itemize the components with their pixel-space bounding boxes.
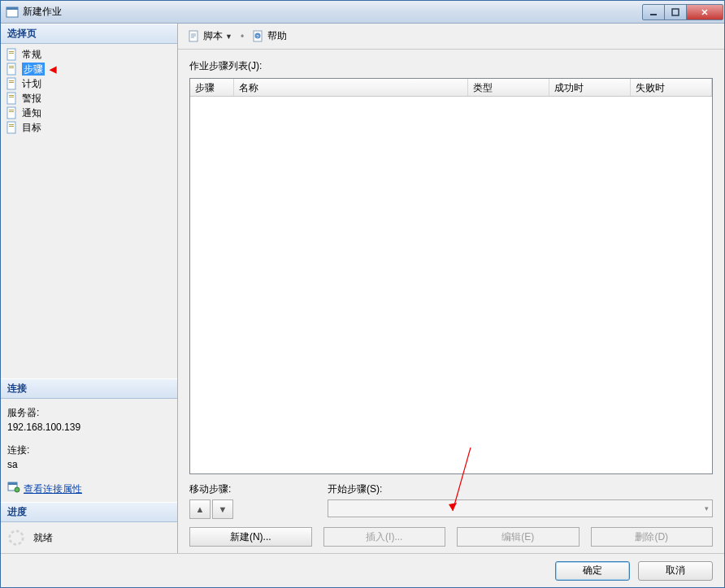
sidebar-item-target[interactable]: 目标 xyxy=(4,120,174,135)
properties-icon xyxy=(7,480,20,497)
sidebar-item-alert[interactable]: 警报 xyxy=(4,91,174,106)
server-value: 192.168.100.139 xyxy=(7,420,171,435)
svg-rect-1 xyxy=(7,7,18,10)
svg-rect-19 xyxy=(7,122,15,133)
progress-header: 进度 xyxy=(1,502,177,522)
sidebar-item-schedule[interactable]: 计划 xyxy=(4,76,174,91)
step-grid[interactable]: 步骤 名称 类型 成功时 失败时 xyxy=(189,78,713,474)
sidebar-item-label: 计划 xyxy=(22,77,41,90)
page-icon xyxy=(6,77,19,90)
start-step-label: 开始步骤(S): xyxy=(328,482,713,496)
select-page-header: 选择页 xyxy=(1,24,177,44)
svg-rect-6 xyxy=(9,53,14,54)
svg-rect-21 xyxy=(9,126,14,127)
svg-rect-3 xyxy=(672,9,679,15)
connection-value: sa xyxy=(7,457,171,472)
svg-rect-20 xyxy=(9,124,14,125)
help-label: 帮助 xyxy=(267,29,287,43)
arrow-down-icon: ▼ xyxy=(219,504,228,514)
delete-button-label: 删除(D) xyxy=(635,530,668,544)
sidebar-item-label: 警报 xyxy=(22,92,41,105)
window-title: 新建作业 xyxy=(23,5,62,19)
arrow-up-icon: ▲ xyxy=(196,504,205,514)
svg-rect-2 xyxy=(650,14,657,15)
close-button[interactable] xyxy=(686,4,723,20)
svg-rect-12 xyxy=(9,82,14,83)
titlebar: 新建作业 xyxy=(1,1,724,24)
col-type[interactable]: 类型 xyxy=(468,79,549,96)
svg-rect-4 xyxy=(7,49,15,60)
grid-header: 步骤 名称 类型 成功时 失败时 xyxy=(190,79,712,97)
svg-rect-7 xyxy=(7,63,15,75)
minimize-button[interactable] xyxy=(642,4,665,20)
progress-section: 就绪 xyxy=(1,522,177,553)
script-dropdown[interactable]: 脚本 ▼ xyxy=(185,28,236,45)
col-step[interactable]: 步骤 xyxy=(190,79,234,96)
svg-rect-15 xyxy=(9,97,14,97)
page-icon xyxy=(6,121,19,134)
svg-point-25 xyxy=(10,531,24,545)
move-down-button[interactable]: ▼ xyxy=(212,499,233,519)
ok-button-label: 确定 xyxy=(583,564,602,577)
chevron-down-icon: ▾ xyxy=(705,504,709,512)
cancel-button[interactable]: 取消 xyxy=(638,561,713,581)
page-icon xyxy=(6,106,19,119)
edit-button: 编辑(E) xyxy=(457,527,580,547)
toolbar-separator: • xyxy=(241,31,244,42)
view-connection-properties-link[interactable]: 查看连接属性 xyxy=(7,480,82,497)
col-success[interactable]: 成功时 xyxy=(549,79,631,96)
new-button[interactable]: 新建(N)... xyxy=(189,527,312,547)
connection-section: 服务器: 192.168.100.139 连接: sa 查看连接属性 xyxy=(1,399,177,502)
script-icon xyxy=(188,30,201,43)
svg-point-24 xyxy=(15,487,20,492)
chevron-down-icon: ▼ xyxy=(225,32,232,41)
step-list-label: 作业步骤列表(J): xyxy=(189,59,713,73)
toolbar: 脚本 ▼ • ? 帮助 xyxy=(178,24,724,50)
move-step-group: 移动步骤: ▲ ▼ xyxy=(189,482,303,519)
insert-button-label: 插入(I)... xyxy=(366,530,402,544)
page-tree: 常规 步骤 ◀ 计划 xyxy=(1,44,177,378)
sidebar-item-label: 步骤 xyxy=(22,63,45,76)
start-step-combo[interactable]: ▾ xyxy=(328,499,713,517)
start-step-group: 开始步骤(S): ▾ xyxy=(328,482,713,517)
maximize-button[interactable] xyxy=(664,4,687,20)
svg-rect-13 xyxy=(7,93,15,104)
help-button[interactable]: ? 帮助 xyxy=(249,28,290,45)
page-icon xyxy=(6,63,19,76)
server-label: 服务器: xyxy=(7,405,171,420)
progress-status: 就绪 xyxy=(33,531,53,545)
page-icon xyxy=(6,92,19,105)
move-up-button[interactable]: ▲ xyxy=(189,499,211,519)
svg-rect-17 xyxy=(9,110,14,110)
delete-button: 删除(D) xyxy=(591,527,714,547)
svg-rect-11 xyxy=(9,80,14,81)
content-area: 作业步骤列表(J): 步骤 名称 类型 成功时 失败时 移动步骤: xyxy=(178,50,724,553)
col-name[interactable]: 名称 xyxy=(234,79,468,96)
cancel-button-label: 取消 xyxy=(666,564,685,577)
dialog-footer: 确定 取消 xyxy=(1,553,724,587)
help-icon: ? xyxy=(252,30,265,43)
script-label: 脚本 xyxy=(203,29,223,43)
grid-body xyxy=(190,97,712,473)
view-connection-properties-label: 查看连接属性 xyxy=(24,482,82,496)
sidebar-item-label: 目标 xyxy=(22,121,41,134)
sidebar-item-label: 常规 xyxy=(22,48,41,61)
sidebar-item-notify[interactable]: 通知 xyxy=(4,106,174,120)
sidebar-item-label: 通知 xyxy=(22,106,41,119)
sidebar-item-steps[interactable]: 步骤 ◀ xyxy=(4,62,174,76)
sidebar-item-general[interactable]: 常规 xyxy=(4,47,174,62)
ok-button[interactable]: 确定 xyxy=(555,561,630,581)
connection-label: 连接: xyxy=(7,443,171,457)
connection-header: 连接 xyxy=(1,378,177,399)
page-icon xyxy=(6,48,19,61)
insert-button: 插入(I)... xyxy=(323,527,446,547)
svg-rect-18 xyxy=(9,111,14,112)
spinner-icon xyxy=(7,529,25,547)
svg-rect-14 xyxy=(9,95,14,96)
svg-rect-16 xyxy=(7,107,15,119)
svg-rect-5 xyxy=(9,51,14,52)
col-fail[interactable]: 失败时 xyxy=(631,79,712,96)
right-panel: 脚本 ▼ • ? 帮助 作业步骤列表(J): 步骤 名称 类型 xyxy=(178,24,724,553)
app-icon xyxy=(6,6,19,19)
svg-rect-8 xyxy=(9,66,14,67)
